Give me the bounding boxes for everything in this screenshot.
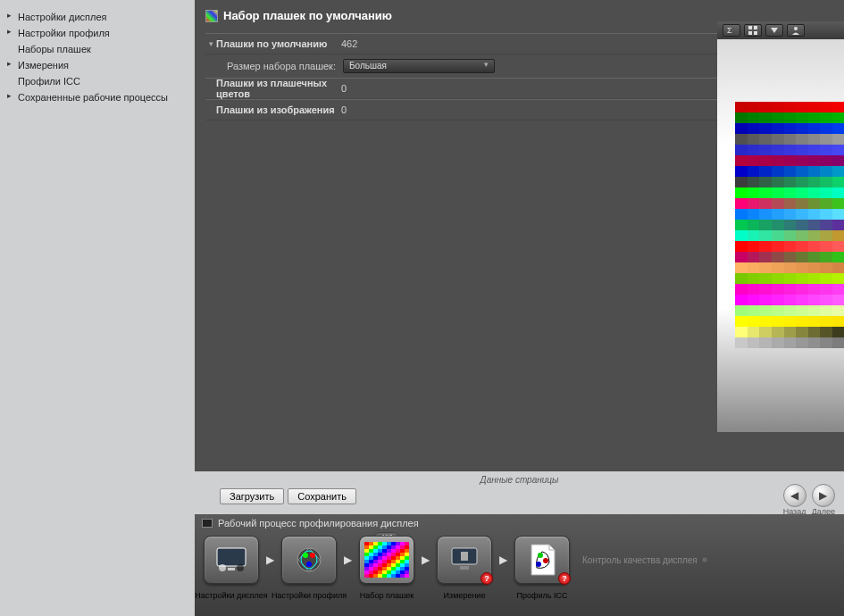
- color-patch: [748, 112, 760, 123]
- step-measure[interactable]: ? Измерение: [435, 536, 494, 584]
- color-patch: [808, 295, 821, 305]
- color-patch: [748, 262, 760, 273]
- step-patchset[interactable]: 462 Набор плашек: [357, 536, 416, 584]
- sidebar-item-icc[interactable]: Профили ICC: [5, 73, 189, 89]
- down-icon[interactable]: [765, 24, 783, 37]
- color-patch: [759, 177, 772, 187]
- color-patch: [820, 134, 832, 145]
- svg-point-9: [237, 564, 244, 571]
- color-patch: [832, 305, 844, 316]
- color-patch: [820, 252, 832, 262]
- color-patch: [796, 337, 808, 348]
- preview-panel: Σ: [717, 21, 844, 432]
- color-patch: [796, 252, 808, 262]
- color-patch: [784, 112, 797, 123]
- color-patch: [820, 145, 832, 155]
- chevron-right-icon: ▶: [422, 554, 430, 566]
- color-patch: [759, 155, 772, 166]
- color-patch: [735, 177, 748, 187]
- color-patch: [832, 123, 844, 134]
- sidebar-item-patchsets[interactable]: Наборы плашек: [5, 41, 189, 57]
- color-patch: [808, 187, 821, 198]
- color-patch: [759, 316, 772, 327]
- color-patch: [735, 295, 748, 305]
- color-patch: [808, 209, 821, 220]
- color-patch: [784, 134, 797, 145]
- color-patch: [772, 145, 784, 155]
- color-patch: [820, 209, 832, 220]
- sigma-icon[interactable]: Σ: [723, 24, 740, 37]
- color-patch: [784, 295, 797, 305]
- person-icon[interactable]: [787, 24, 805, 37]
- svg-rect-4: [754, 31, 757, 35]
- color-patch: [784, 177, 797, 187]
- step-label: Профиль ICC: [517, 591, 568, 600]
- color-patch: [796, 262, 808, 273]
- color-patch: [759, 252, 772, 262]
- color-patch: [832, 230, 844, 241]
- color-patch: [759, 241, 772, 252]
- warning-badge: ?: [480, 572, 493, 585]
- sidebar-filler: [0, 514, 195, 616]
- color-patch: [784, 155, 797, 166]
- color-patch: [735, 166, 748, 177]
- sidebar-item-display[interactable]: Настройки дисплея: [5, 9, 189, 25]
- color-patch: [759, 112, 772, 123]
- color-patch: [772, 177, 784, 187]
- sidebar-item-profile[interactable]: Настройки профиля: [5, 25, 189, 41]
- chevron-right-icon: ▶: [344, 554, 352, 566]
- step-profile[interactable]: Настройки профиля: [280, 536, 338, 584]
- back-button[interactable]: ◀: [783, 484, 806, 507]
- color-patch: [784, 262, 797, 273]
- sidebar-item-saved[interactable]: Сохраненные рабочие процессы: [5, 89, 189, 105]
- sidebar-item-measurements[interactable]: Измерения: [5, 57, 189, 73]
- color-patch: [772, 327, 784, 337]
- color-patch: [772, 252, 784, 262]
- color-patch: [772, 262, 784, 273]
- patchset-icon: [205, 10, 218, 22]
- color-patch: [772, 273, 784, 284]
- step-icc[interactable]: ? Профиль ICC: [513, 536, 572, 584]
- svg-point-12: [310, 553, 315, 558]
- color-patch: [808, 112, 821, 123]
- color-patch: [820, 327, 832, 337]
- size-dropdown[interactable]: Большая: [343, 59, 495, 73]
- color-patch: [796, 241, 808, 252]
- preview-toolbar: Σ: [717, 21, 844, 39]
- step-display[interactable]: Настройки дисплея: [202, 536, 261, 584]
- dot-icon: [701, 556, 708, 563]
- step-label: Настройки профиля: [272, 591, 347, 600]
- color-patch: [735, 262, 748, 273]
- load-button[interactable]: Загрузить: [220, 488, 284, 504]
- color-patch: [759, 230, 772, 241]
- color-patch: [772, 187, 784, 198]
- color-patch: [748, 230, 760, 241]
- color-patch: [808, 177, 821, 187]
- color-patch: [808, 230, 821, 241]
- chevron-right-icon: ▶: [499, 554, 507, 566]
- color-patch: [832, 209, 844, 220]
- color-patch: [784, 209, 797, 220]
- color-patch: [796, 166, 808, 177]
- next-button[interactable]: ▶: [812, 484, 835, 507]
- color-patch: [772, 102, 784, 112]
- color-patch: [832, 145, 844, 155]
- controls-band: Данные страницы Загрузить Сохранить ◀ На…: [195, 471, 844, 514]
- color-patch: [772, 316, 784, 327]
- workflow-strip: Рабочий процесс профилирования дисплея Н…: [195, 514, 844, 616]
- save-button[interactable]: Сохранить: [288, 488, 356, 504]
- color-patch: [759, 273, 772, 284]
- color-patch: [748, 155, 760, 166]
- svg-point-8: [219, 564, 226, 571]
- svg-point-19: [536, 562, 541, 567]
- color-patch: [832, 327, 844, 337]
- color-patch: [832, 262, 844, 273]
- color-patch: [735, 102, 748, 112]
- grid-icon[interactable]: [744, 24, 762, 37]
- svg-point-17: [538, 553, 543, 558]
- color-patch: [748, 327, 760, 337]
- color-patch: [820, 337, 832, 348]
- color-patch: [820, 112, 832, 123]
- quality-control[interactable]: Контроль качества дисплея: [582, 555, 708, 565]
- color-patch: [808, 220, 821, 230]
